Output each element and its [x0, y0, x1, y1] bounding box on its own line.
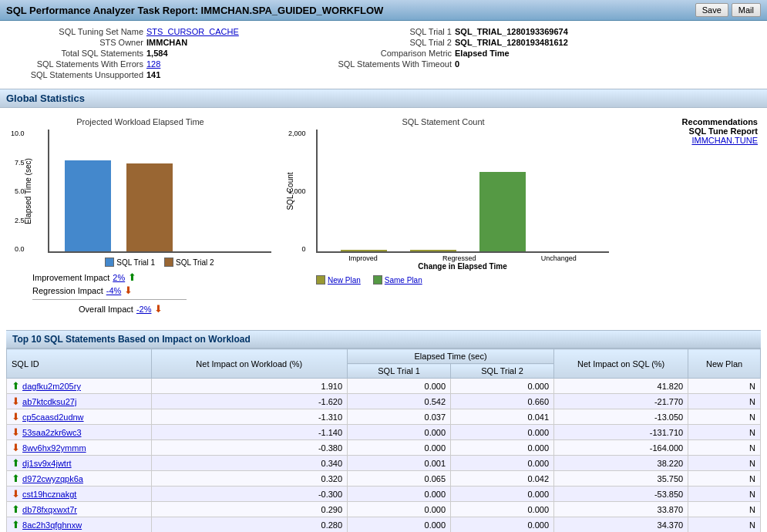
cell-trial2: 0.042 — [451, 471, 554, 487]
chart1-bar2 — [126, 163, 173, 251]
cell-net_sql: 33.870 — [554, 502, 688, 517]
legend-trial1-label: SQL Trial 1 — [116, 258, 155, 267]
cell-new_plan: N — [688, 394, 761, 409]
global-stats-header: Global Statistics — [0, 89, 767, 108]
table-row: ⬇ cst19hcznakgt-0.3000.0000.000-53.850N — [7, 487, 761, 502]
x-label-unchanged: Unchanged — [541, 254, 577, 262]
chart1-y-ticks: 10.0 7.5 5.0 2.5 0.0 — [11, 130, 25, 253]
table-row: ⬆ d972cwyzqpk6a0.3200.0650.04235.750N — [7, 471, 761, 487]
save-button[interactable]: Save — [695, 3, 728, 17]
chart2-container: SQL Statement Count 2,000 1,000 0 SQL Co… — [274, 114, 612, 318]
cell-net_workload: 0.320 — [151, 471, 348, 487]
cell-net_workload: 1.910 — [151, 379, 348, 394]
arrow-up-icon: ⬆ — [12, 473, 20, 484]
cell-trial2: 0.000 — [451, 456, 554, 471]
cell-net_workload: 0.340 — [151, 456, 348, 471]
col-elapsed-header: Elapsed Time (sec) — [348, 349, 554, 364]
cell-trial2: 0.000 — [451, 517, 554, 533]
cell-new_plan: N — [688, 487, 761, 502]
chart2-bar-unchanged — [479, 172, 526, 251]
cell-trial1: 0.000 — [348, 379, 451, 394]
table-section-header: Top 10 SQL Statements Based on Impact on… — [6, 330, 761, 348]
sts-name-row: SQL Tuning Set Name STS_CURSOR_CACHE — [12, 27, 321, 36]
cell-new_plan: N — [688, 502, 761, 517]
sql-id-link[interactable]: dj1sv9x4jwtrt — [22, 459, 72, 468]
improvement-arrow: ⬆ — [128, 271, 136, 283]
total-sql-row: Total SQL Statements 1,584 — [12, 49, 321, 58]
cell-trial1: 0.065 — [348, 471, 451, 487]
legend-same-plan-label[interactable]: Same Plan — [385, 276, 422, 285]
sql-id-link[interactable]: dagfku2m205ry — [22, 382, 81, 391]
chart2-x-labels: Improved Regressed Unchanged — [316, 254, 609, 262]
legend-new-plan: New Plan — [316, 275, 361, 285]
impact-section: Improvement Impact 2% ⬆ Regression Impac… — [32, 271, 271, 315]
sts-name-label: SQL Tuning Set Name — [12, 27, 143, 36]
cell-trial1: 0.001 — [348, 456, 451, 471]
sql-id-link[interactable]: d972cwyzqpk6a — [22, 474, 83, 483]
improvement-impact-row: Improvement Impact 2% ⬆ — [32, 271, 271, 283]
sql-id-link[interactable]: ab7ktcdksu27j — [22, 397, 76, 406]
legend-new-plan-label[interactable]: New Plan — [328, 276, 361, 285]
overall-value[interactable]: -2% — [136, 305, 152, 314]
trial1-label: SQL Trial 1 — [321, 27, 452, 36]
x-label-regressed: Regressed — [442, 254, 476, 262]
cell-net_workload: -0.380 — [151, 440, 348, 456]
cell-trial2: 0.000 — [451, 440, 554, 456]
cell-net_sql: -131.710 — [554, 425, 688, 440]
info-section: SQL Tuning Set Name STS_CURSOR_CACHE STS… — [0, 21, 767, 86]
sql-id-link[interactable]: db78fxqxwxt7r — [22, 505, 77, 514]
top-buttons: Save Mail — [695, 3, 761, 17]
cell-net_sql: -13.050 — [554, 409, 688, 425]
x-label-improved: Improved — [348, 254, 378, 262]
chart1-legend: SQL Trial 1 SQL Trial 2 — [48, 258, 271, 267]
sql-unsupported-label: SQL Statements Unsupported — [12, 70, 143, 79]
legend-trial1-box — [105, 258, 114, 267]
cell-trial1: 0.000 — [348, 425, 451, 440]
table-row: ⬇ 8wv6hx92ymmm-0.3800.0000.000-164.000N — [7, 440, 761, 456]
sql-errors-value[interactable]: 128 — [146, 59, 160, 69]
sql-id-link[interactable]: cp5caasd2udnw — [22, 412, 84, 422]
total-sql-value: 1,584 — [146, 49, 168, 58]
sts-name-value[interactable]: STS_CURSOR_CACHE — [146, 27, 239, 36]
improvement-value[interactable]: 2% — [113, 273, 125, 282]
table-row: ⬇ cp5caasd2udnw-1.3100.0370.041-13.050N — [7, 409, 761, 425]
trial2-label: SQL Trial 2 — [321, 38, 452, 47]
cell-trial2: 0.000 — [451, 425, 554, 440]
overall-arrow: ⬇ — [154, 303, 163, 315]
sql-unsupported-value: 141 — [146, 70, 160, 79]
tune-report-link[interactable]: IMMCHAN.TUNE — [615, 136, 758, 145]
sql-id-link[interactable]: cst19hcznakgt — [22, 490, 76, 499]
tune-report-label: SQL Tune Report — [615, 126, 758, 136]
sql-id-link[interactable]: 8wv6hx92ymmm — [22, 443, 86, 453]
regression-label: Regression Impact — [32, 286, 103, 295]
table-row: ⬇ ab7ktcdksu27j-1.6200.5420.660-21.770N — [7, 394, 761, 409]
sql-id-link[interactable]: 53saa2zkr6wc3 — [22, 428, 81, 437]
regression-value[interactable]: -4% — [106, 286, 122, 295]
col-net-sql-header: Net Impact on SQL (%) — [554, 349, 688, 379]
arrow-up-icon: ⬆ — [12, 380, 20, 392]
legend-same-plan: Same Plan — [373, 275, 422, 285]
table-section: Top 10 SQL Statements Based on Impact on… — [0, 324, 767, 532]
sql-id-link[interactable]: 8ac2h3qfghnxw — [22, 520, 82, 530]
page-header: SQL Performance Analyzer Task Report: IM… — [0, 0, 767, 21]
chart1-y-label: Elapsed Time (sec) — [24, 158, 32, 224]
impact-divider — [32, 299, 187, 300]
sql-errors-label: SQL Statements With Errors — [12, 59, 143, 69]
data-table: SQL ID Net Impact on Workload (%) Elapse… — [6, 348, 761, 532]
comparison-label: Comparison Metric — [321, 49, 452, 58]
arrow-down-icon: ⬇ — [12, 442, 20, 453]
recommendations-label: Recommendations — [615, 117, 758, 126]
info-right: SQL Trial 1 SQL_TRIAL_1280193369674 SQL … — [321, 27, 755, 79]
cell-new_plan: N — [688, 471, 761, 487]
chart2-x-axis-title: Change in Elapsed Time — [316, 262, 609, 271]
cell-net_workload: -1.140 — [151, 425, 348, 440]
mail-button[interactable]: Mail — [732, 3, 761, 17]
sql-unsupported-row: SQL Statements Unsupported 141 — [12, 70, 321, 79]
chart1-title: Projected Workload Elapsed Time — [9, 117, 271, 126]
cell-new_plan: N — [688, 456, 761, 471]
regression-arrow: ⬇ — [124, 285, 133, 296]
legend-trial1: SQL Trial 1 — [105, 258, 155, 267]
chart2-legend: New Plan Same Plan — [316, 275, 609, 285]
legend-same-plan-box — [373, 275, 382, 285]
overall-impact-row: Overall Impact -2% ⬇ — [79, 303, 271, 315]
